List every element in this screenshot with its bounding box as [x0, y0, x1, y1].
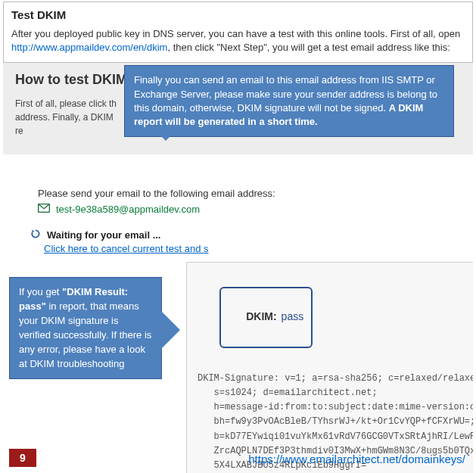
obscured-line-2: address. Finally, a DKIM re [15, 110, 121, 138]
obscured-text: First of all, please click th address. F… [15, 97, 121, 138]
lower-columns: If you get "DKIM Result: pass" in report… [3, 262, 473, 473]
cancel-test-link[interactable]: Click here to cancel current test and s [44, 243, 461, 254]
intro-box: Test DKIM After you deployed public key … [3, 2, 473, 63]
footer: 9 https://www.emailarchitect.net/domaink… [0, 446, 476, 468]
intro-text-before: After you deployed public key in DNS ser… [11, 28, 460, 39]
page-number-badge: 9 [9, 449, 36, 467]
intro-paragraph: After you deployed public key in DNS ser… [11, 27, 465, 54]
waiting-row: Waiting for your email ... [30, 229, 461, 241]
waiting-text: Waiting for your email ... [47, 229, 160, 241]
dkim-pass-label: DKIM: [246, 310, 276, 322]
test-email-address: test-9e38a589@appmaildev.com [56, 204, 200, 215]
dkim-pass-highlight: DKIM:pass [219, 287, 313, 348]
obscured-line-1: First of all, please click th [15, 97, 121, 110]
send-email-label: Please send your email to the following … [38, 188, 461, 199]
dkim-pass-value: pass [282, 310, 304, 322]
callout-result: If you get "DKIM Result: pass" in report… [9, 277, 162, 379]
callout-result-wrap: If you get "DKIM Result: pass" in report… [3, 262, 162, 473]
instruction-body: Please send your email to the following … [3, 154, 473, 262]
dkim-report-panel: DKIM:pass DKIM-Signature: v=1; a=rsa-sha… [186, 262, 473, 473]
section-title: Test DKIM [11, 8, 465, 21]
callout-finally: Finally you can send an email to this em… [124, 65, 454, 137]
screenshot-gray-panel: How to test DKIM signature First of all,… [3, 63, 473, 154]
test-email-row: test-9e38a589@appmaildev.com [38, 204, 461, 215]
envelope-icon [38, 204, 50, 215]
refresh-icon [30, 229, 41, 241]
tool-link[interactable]: http://www.appmaildev.com/en/dkim [11, 42, 167, 53]
intro-text-after: , then click "Next Step", you will get a… [167, 42, 450, 53]
callout-result-before: If you get [19, 286, 62, 297]
footer-source-link[interactable]: https://www.emailarchitect.net/domainkey… [248, 453, 465, 465]
arrow-right-icon [159, 309, 180, 351]
